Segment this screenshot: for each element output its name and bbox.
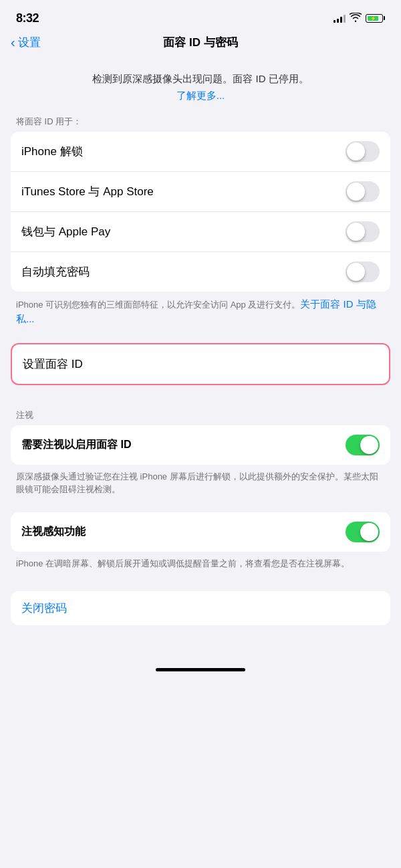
close-passcode-row[interactable]: 关闭密码 (11, 591, 390, 625)
home-indicator (0, 657, 401, 677)
iphone-unlock-toggle[interactable] (346, 141, 380, 162)
apple-pay-row: 钱包与 Apple Pay (11, 212, 390, 252)
face-id-use-card: iPhone 解锁 iTunes Store 与 App Store 钱包与 A… (11, 132, 390, 292)
toggle-knob (347, 223, 365, 241)
attention-card: 需要注视以启用面容 ID (11, 425, 390, 465)
wifi-icon (350, 13, 362, 24)
setup-face-id-card[interactable]: 设置面容 ID (11, 343, 390, 385)
setup-face-id-label: 设置面容 ID (23, 358, 83, 370)
itunes-store-row: iTunes Store 与 App Store (11, 172, 390, 212)
status-bar: 8:32 (0, 0, 401, 32)
attention-awareness-card: 注视感知功能 (11, 512, 390, 552)
warning-message: 检测到原深感摄像头出现问题。面容 ID 已停用。 (16, 72, 385, 87)
toggle-knob (347, 183, 365, 201)
toggle-knob (347, 142, 365, 160)
attention-awareness-label: 注视感知功能 (21, 525, 86, 539)
attention-section: 注视 需要注视以启用面容 ID 原深感摄像头通过验证您在注视 iPhone 屏幕… (0, 409, 401, 581)
attention-section-label: 注视 (0, 409, 401, 425)
iphone-unlock-row: iPhone 解锁 (11, 132, 390, 172)
attention-unlock-label: 需要注视以启用面容 ID (21, 438, 131, 452)
close-passcode-link[interactable]: 关闭密码 (21, 601, 67, 616)
toggle-knob (360, 436, 378, 454)
learn-more-link[interactable]: 了解更多... (176, 90, 225, 101)
nav-bar: ‹ 设置 面容 ID 与密码 (0, 32, 401, 58)
back-label: 设置 (18, 35, 41, 50)
signal-icon (333, 13, 346, 23)
warning-section: 检测到原深感摄像头出现问题。面容 ID 已停用。 了解更多... (0, 58, 401, 116)
battery-icon (366, 14, 385, 23)
apple-pay-toggle[interactable] (346, 221, 380, 242)
face-id-note: iPhone 可识别您独有的三维面部特征，以允许安全访问 App 及进行支付。关… (0, 292, 401, 338)
chevron-left-icon: ‹ (11, 35, 15, 49)
toggle-knob (347, 263, 365, 281)
face-id-section-label: 将面容 ID 用于： (0, 116, 401, 132)
toggle-knob (360, 523, 378, 541)
attention-awareness-toggle[interactable] (346, 522, 380, 542)
passcode-card: 关闭密码 (11, 591, 390, 625)
autofill-toggle[interactable] (346, 261, 380, 282)
autofill-label: 自动填充密码 (21, 264, 90, 280)
attention-awareness-note: iPhone 在调暗屏幕、解锁后展开通知或调低提醒音量之前，将查看您是否在注视屏… (0, 552, 401, 581)
itunes-store-toggle[interactable] (346, 181, 380, 202)
attention-unlock-toggle[interactable] (346, 435, 380, 455)
face-id-use-section: 将面容 ID 用于： iPhone 解锁 iTunes Store 与 App … (0, 116, 401, 338)
attention-awareness-row: 注视感知功能 (11, 512, 390, 552)
iphone-unlock-label: iPhone 解锁 (21, 144, 83, 159)
setup-face-id-row[interactable]: 设置面容 ID (12, 344, 389, 384)
attention-unlock-row: 需要注视以启用面容 ID (11, 425, 390, 465)
autofill-row: 自动填充密码 (11, 252, 390, 292)
status-icons (333, 13, 385, 24)
itunes-store-label: iTunes Store 与 App Store (21, 184, 154, 199)
home-bar (156, 668, 245, 671)
attention-unlock-note: 原深感摄像头通过验证您在注视 iPhone 屏幕后进行解锁，以此提供额外的安全保… (0, 465, 401, 507)
apple-pay-label: 钱包与 Apple Pay (21, 224, 110, 239)
page-title: 面容 ID 与密码 (163, 35, 237, 50)
back-button[interactable]: ‹ 设置 (11, 35, 41, 50)
status-time: 8:32 (16, 11, 39, 25)
privacy-link[interactable]: 关于面容 ID 与隐私... (16, 298, 376, 325)
